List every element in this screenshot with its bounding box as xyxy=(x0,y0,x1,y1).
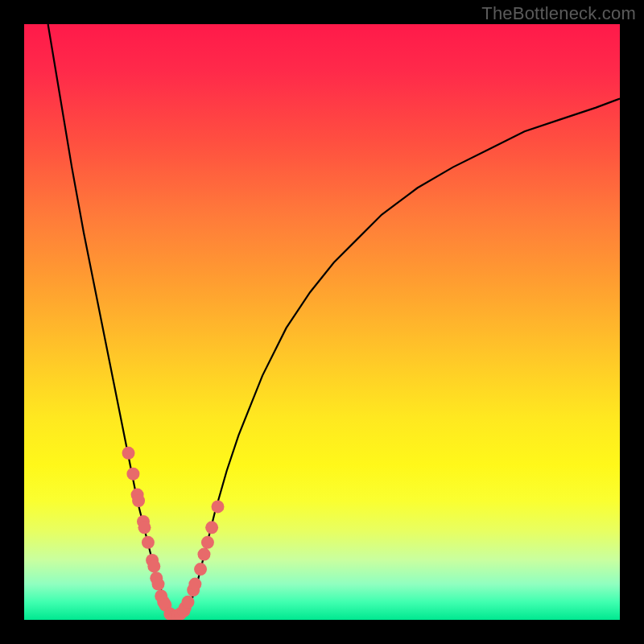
highlight-dot xyxy=(142,536,155,549)
highlight-dot xyxy=(205,521,218,534)
highlight-dot xyxy=(147,559,160,572)
curve-left-branch xyxy=(48,24,180,620)
highlight-dot xyxy=(182,596,195,609)
highlight-dot xyxy=(194,563,207,576)
highlight-dot xyxy=(126,468,139,481)
highlight-dot xyxy=(188,578,201,591)
highlight-dot xyxy=(201,536,214,549)
highlight-dot xyxy=(197,548,210,561)
chart-overlay xyxy=(24,24,620,620)
highlight-dot xyxy=(122,447,135,460)
watermark-text: TheBottleneck.com xyxy=(481,3,636,24)
highlight-dot xyxy=(212,500,225,513)
highlight-dot xyxy=(132,494,145,507)
highlight-dot xyxy=(152,578,165,591)
curve-right-branch xyxy=(179,99,620,621)
highlight-dots-group xyxy=(122,447,225,620)
highlight-dot xyxy=(138,521,151,534)
